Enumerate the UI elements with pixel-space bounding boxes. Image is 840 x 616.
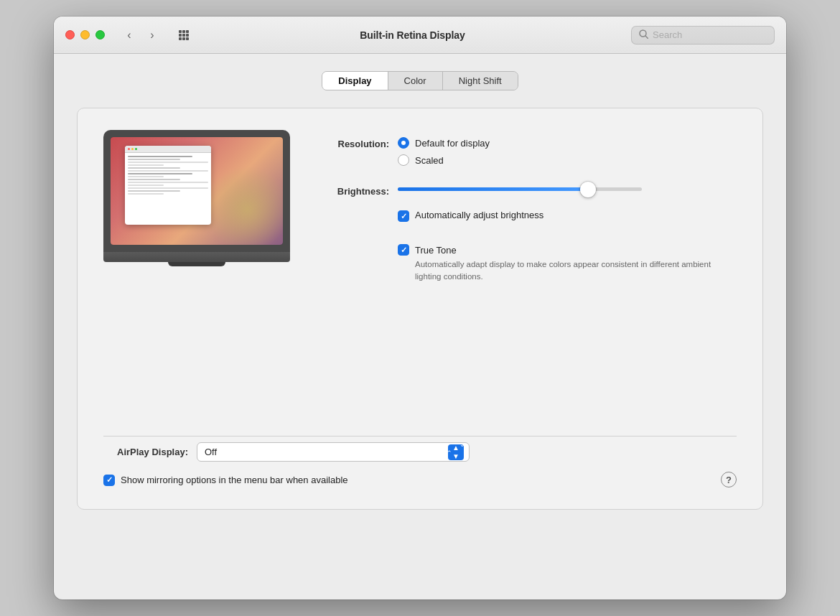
maximize-button[interactable] bbox=[95, 30, 105, 39]
screen-line bbox=[128, 162, 208, 163]
tab-color[interactable]: Color bbox=[388, 72, 443, 90]
search-icon bbox=[639, 29, 648, 41]
help-button[interactable]: ? bbox=[721, 472, 737, 487]
true-tone-control: True Tone Automatically adapt display to… bbox=[398, 243, 737, 291]
brightness-row: Brightness: bbox=[319, 185, 737, 197]
minimize-button[interactable] bbox=[80, 30, 90, 39]
close-button[interactable] bbox=[65, 30, 75, 39]
screen-line bbox=[128, 193, 164, 195]
main-panel: Resolution: Default for display Scaled bbox=[77, 108, 763, 510]
auto-brightness-row: Automatically adjust brightness bbox=[319, 210, 737, 230]
settings-section: Resolution: Default for display Scaled bbox=[319, 130, 737, 304]
screen-line bbox=[128, 159, 180, 160]
nav-buttons: ‹ › bbox=[119, 27, 162, 43]
screen-line bbox=[128, 156, 192, 157]
true-tone-option[interactable]: True Tone Automatically adapt display to… bbox=[398, 243, 737, 282]
screen-window-titlebar bbox=[125, 146, 211, 153]
svg-rect-7 bbox=[182, 37, 185, 40]
screen-close-dot bbox=[128, 148, 130, 150]
screen-line bbox=[128, 167, 180, 169]
svg-rect-8 bbox=[186, 37, 189, 40]
screen-line bbox=[128, 185, 164, 186]
screen-wallpaper bbox=[111, 137, 283, 245]
search-bar[interactable] bbox=[631, 26, 775, 45]
traffic-lights bbox=[65, 30, 105, 39]
airplay-label: AirPlay Display: bbox=[103, 447, 197, 457]
auto-brightness-spacer bbox=[319, 210, 398, 211]
screen-window-body bbox=[125, 153, 211, 199]
forward-button[interactable]: › bbox=[142, 27, 162, 43]
svg-rect-4 bbox=[182, 34, 185, 37]
system-preferences-window: ‹ › Built-in Retina Display bbox=[54, 17, 786, 599]
titlebar: ‹ › Built-in Retina Display bbox=[54, 17, 786, 54]
screen-line bbox=[128, 179, 180, 180]
laptop-base bbox=[103, 252, 290, 262]
auto-brightness-label: Automatically adjust brightness bbox=[415, 210, 543, 220]
true-tone-spacer bbox=[319, 243, 398, 245]
resolution-scaled-label: Scaled bbox=[415, 155, 444, 166]
screen-minimize-dot bbox=[131, 148, 134, 150]
mirror-option-row[interactable]: Show mirroring options in the menu bar w… bbox=[103, 474, 721, 486]
true-tone-checkbox[interactable] bbox=[398, 244, 409, 256]
search-input[interactable] bbox=[653, 29, 767, 40]
brightness-slider-thumb[interactable] bbox=[580, 182, 596, 197]
back-button[interactable]: ‹ bbox=[119, 27, 139, 43]
grid-button[interactable] bbox=[174, 27, 194, 43]
laptop-screen bbox=[111, 137, 283, 245]
resolution-default-label: Default for display bbox=[415, 138, 490, 149]
screen-line bbox=[128, 164, 164, 166]
tab-night-shift[interactable]: Night Shift bbox=[443, 72, 518, 90]
airplay-select-wrapper: Off ▲ ▼ bbox=[197, 442, 470, 462]
mirror-label: Show mirroring options in the menu bar w… bbox=[121, 475, 348, 485]
screen-window bbox=[125, 146, 211, 225]
svg-rect-3 bbox=[179, 34, 182, 37]
display-section: Resolution: Default for display Scaled bbox=[103, 130, 737, 304]
screen-line bbox=[128, 170, 208, 172]
window-title: Built-in Retina Display bbox=[202, 29, 622, 41]
mirror-row: Show mirroring options in the menu bar w… bbox=[103, 472, 737, 487]
laptop-preview bbox=[103, 130, 290, 262]
svg-rect-6 bbox=[179, 37, 182, 40]
auto-brightness-checkbox[interactable] bbox=[398, 210, 409, 222]
true-tone-row: True Tone Automatically adapt display to… bbox=[319, 243, 737, 291]
resolution-row: Resolution: Default for display Scaled bbox=[319, 137, 737, 172]
brightness-control bbox=[398, 185, 737, 191]
screen-maximize-dot bbox=[135, 148, 137, 150]
screen-line bbox=[128, 182, 208, 183]
resolution-label: Resolution: bbox=[319, 137, 398, 149]
svg-rect-5 bbox=[186, 34, 189, 37]
laptop-body bbox=[103, 130, 290, 252]
airplay-select[interactable]: Off bbox=[197, 442, 470, 462]
resolution-default-radio[interactable] bbox=[398, 137, 409, 149]
true-tone-text-block: True Tone Automatically adapt display to… bbox=[415, 243, 737, 282]
tab-bar: Display Color Night Shift bbox=[77, 71, 763, 90]
true-tone-label: True Tone bbox=[415, 245, 457, 256]
screen-line bbox=[128, 173, 192, 174]
screen-line bbox=[128, 176, 164, 177]
brightness-slider[interactable] bbox=[398, 187, 642, 191]
resolution-scaled-option[interactable]: Scaled bbox=[398, 154, 737, 166]
grid-icon bbox=[178, 29, 190, 41]
mirror-checkbox[interactable] bbox=[103, 475, 115, 486]
brightness-label: Brightness: bbox=[319, 185, 398, 197]
svg-rect-0 bbox=[179, 30, 182, 33]
svg-line-10 bbox=[645, 36, 648, 39]
bottom-section: AirPlay Display: Off ▲ ▼ bbox=[103, 436, 737, 487]
auto-brightness-option[interactable]: Automatically adjust brightness bbox=[398, 210, 737, 222]
resolution-control: Default for display Scaled bbox=[398, 137, 737, 172]
svg-rect-2 bbox=[186, 30, 189, 33]
true-tone-description: Automatically adapt display to make colo… bbox=[415, 258, 737, 282]
screen-line bbox=[128, 190, 180, 192]
content-area: Display Color Night Shift bbox=[54, 54, 786, 599]
tab-group: Display Color Night Shift bbox=[322, 71, 518, 90]
brightness-slider-fill bbox=[398, 187, 588, 191]
resolution-scaled-radio[interactable] bbox=[398, 154, 409, 166]
auto-brightness-control: Automatically adjust brightness bbox=[398, 210, 737, 230]
screen-line bbox=[128, 187, 208, 189]
tab-display[interactable]: Display bbox=[322, 72, 388, 90]
airplay-row: AirPlay Display: Off ▲ ▼ bbox=[103, 442, 737, 462]
resolution-default-option[interactable]: Default for display bbox=[398, 137, 737, 149]
svg-rect-1 bbox=[182, 30, 185, 33]
